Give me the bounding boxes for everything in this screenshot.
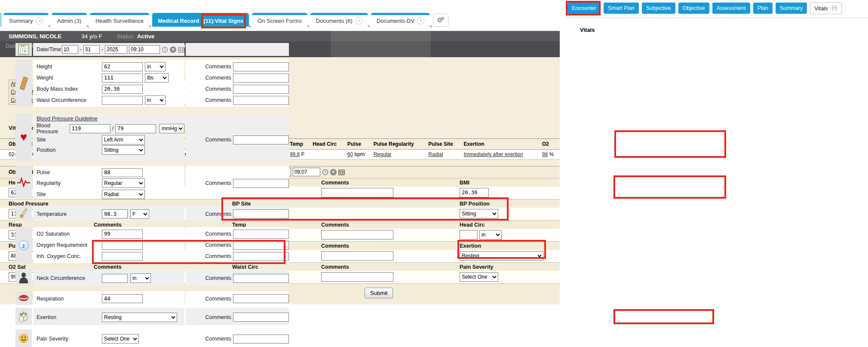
r-oxygen-req-input[interactable]: [102, 241, 143, 250]
r-pain-comments[interactable]: [233, 335, 289, 344]
r-waist-unit-select[interactable]: in: [145, 95, 166, 105]
tab-settings-button[interactable]: ⚙⚙: [433, 14, 448, 27]
r-pulse-regularity-select[interactable]: Regular: [102, 178, 145, 188]
r-bmi-input[interactable]: [102, 85, 143, 94]
r-temp-unit-select[interactable]: F: [130, 209, 149, 219]
pulse-regularity-link[interactable]: Regular: [374, 151, 392, 157]
tab-medical-record-vital-signs[interactable]: Medical Record (11):Vital Signs: [152, 13, 249, 27]
col-exertion: Exertion: [462, 139, 540, 150]
calendar-picker-icon[interactable]: [178, 46, 184, 53]
clock-icon[interactable]: [162, 46, 168, 53]
o2-icon: 2: [15, 227, 32, 263]
tab-documents[interactable]: Documents (6) ↗: [310, 13, 368, 27]
r-temp-input[interactable]: [102, 209, 128, 218]
tab-vitals-active[interactable]: Vitals: [810, 2, 842, 14]
head-circ-empty: [311, 150, 346, 160]
tab-admin[interactable]: Admin (3): [52, 13, 87, 27]
r-weight-input[interactable]: [102, 74, 143, 83]
datetime-fields: Date/Time -- ✕: [33, 43, 184, 56]
pulse-link[interactable]: 60: [347, 151, 353, 157]
tab-objective[interactable]: Objective: [678, 3, 709, 14]
r-time-input[interactable]: [129, 45, 160, 54]
clear-date-icon[interactable]: ✕: [330, 169, 337, 175]
comments-label: Comments: [321, 180, 349, 186]
r-bp-comments[interactable]: [233, 135, 289, 144]
tab-summary[interactable]: Summary ↗: [3, 13, 49, 27]
r-respiration-comments[interactable]: [233, 294, 289, 303]
exertion-select[interactable]: Resting: [460, 251, 543, 261]
open-in-new-icon[interactable]: ↗: [36, 17, 43, 25]
pulse-regularity-label: Regularity: [37, 180, 102, 186]
r-o2-sat-input[interactable]: [102, 230, 143, 239]
r-bmi-comments[interactable]: [233, 85, 289, 94]
bp-position-select[interactable]: Sitting: [460, 209, 498, 218]
r-waist-input[interactable]: [102, 96, 143, 105]
submit-button[interactable]: Submit: [365, 288, 393, 298]
r-weight-comments[interactable]: [233, 74, 289, 83]
bmi-input[interactable]: [460, 188, 489, 197]
calendar-picker-icon[interactable]: [338, 169, 345, 175]
r-height-comments[interactable]: [233, 62, 289, 71]
open-in-new-icon[interactable]: ↗: [355, 17, 362, 25]
r-inh-oxygen-input[interactable]: [102, 252, 143, 261]
pain-severity-select[interactable]: Select One: [460, 272, 498, 282]
obs-time-input[interactable]: [293, 168, 320, 176]
r-bp-dia-input[interactable]: [115, 124, 156, 133]
tab-encounter[interactable]: Encounter: [567, 3, 601, 14]
tab-assessment[interactable]: Assessment: [712, 3, 750, 14]
open-in-new-icon[interactable]: ↗: [417, 17, 424, 25]
bp-label: Blood Pressure: [37, 123, 70, 135]
head-circ-unit-select[interactable]: in: [479, 230, 502, 240]
pulse-site-link[interactable]: Radial: [428, 151, 443, 157]
save-icon[interactable]: [831, 5, 837, 11]
o2-link[interactable]: 98: [542, 151, 548, 157]
r-o2-sat-comments[interactable]: [233, 230, 289, 239]
r-weight-unit-select[interactable]: lbs: [145, 73, 169, 83]
pulse-comments-input[interactable]: [321, 251, 393, 261]
r-bp-position-select[interactable]: Sitting: [102, 145, 145, 155]
r-neck-unit-select[interactable]: in: [130, 273, 151, 283]
tab-subjective[interactable]: Subjective: [642, 3, 675, 14]
r-temp-comments[interactable]: [233, 209, 289, 218]
r-day-input[interactable]: [83, 45, 100, 54]
r-pulse-site-select[interactable]: Radial: [102, 190, 145, 199]
r-month-input[interactable]: [62, 45, 78, 54]
head-circ-input[interactable]: [460, 230, 478, 240]
r-bp-sys-input[interactable]: [70, 124, 110, 133]
exertion-link[interactable]: Immediately after exertion: [464, 151, 523, 157]
clear-date-icon[interactable]: ✕: [170, 46, 176, 53]
r-neck-comments[interactable]: [233, 274, 289, 283]
r-inh-oxygen-comments[interactable]: [233, 252, 289, 261]
r-exertion-select[interactable]: Resting: [102, 313, 177, 322]
neck-circumference-label: Neck Circumference: [37, 275, 102, 281]
r-waist-comments[interactable]: [233, 96, 289, 105]
r-pulse-input[interactable]: [102, 168, 143, 177]
r-oxygen-req-comments[interactable]: [233, 241, 289, 250]
vitals-heading: Vitals: [580, 27, 595, 33]
r-neck-input[interactable]: [102, 274, 128, 283]
r-pulse-comments[interactable]: [233, 179, 289, 188]
r-bp-unit-select[interactable]: mmHg: [159, 124, 184, 133]
r-bp-site-select[interactable]: Left Arm: [102, 135, 145, 144]
bp-guideline-link[interactable]: Blood Pressure Guideline: [37, 116, 98, 122]
tab-summary-right[interactable]: Summary: [776, 3, 807, 14]
r-height-input[interactable]: [102, 62, 143, 71]
comments-label: Comments: [205, 242, 231, 248]
r-year-input[interactable]: [105, 45, 127, 54]
temp-link[interactable]: 99.8: [290, 151, 300, 157]
tab-documents-dv[interactable]: Documents-DV ↗: [371, 13, 430, 27]
temp-comments-input[interactable]: [321, 230, 393, 240]
col-pulse: Pulse: [346, 139, 372, 150]
tab-on-screen-forms[interactable]: On Screen Forms: [252, 13, 307, 27]
tab-smart-plan[interactable]: Smart Plan: [604, 3, 639, 14]
tab-health-surveillance[interactable]: Health Surveillance: [90, 13, 149, 27]
r-height-unit-select[interactable]: in: [145, 62, 166, 71]
r-pain-severity-select[interactable]: Select One: [102, 334, 139, 344]
r-respiration-input[interactable]: [102, 294, 143, 303]
tab-plan[interactable]: Plan: [753, 3, 773, 14]
weight-comments-input[interactable]: [321, 188, 393, 197]
exertion-label: Exertion: [460, 243, 481, 249]
r-exertion-comments[interactable]: [233, 313, 289, 322]
clock-icon[interactable]: [322, 169, 328, 175]
waist-comments-input[interactable]: [321, 272, 393, 282]
